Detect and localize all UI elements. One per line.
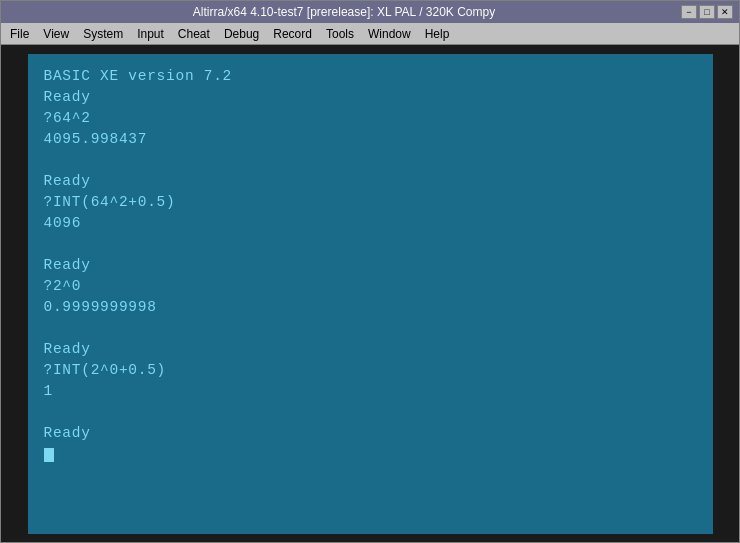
- main-window: Altirra/x64 4.10-test7 [prerelease]: XL …: [0, 0, 740, 543]
- content-area: BASIC XE version 7.2 Ready ?64^2 4095.99…: [1, 45, 739, 542]
- menu-debug[interactable]: Debug: [217, 25, 266, 43]
- menu-bar: File View System Input Cheat Debug Recor…: [1, 23, 739, 45]
- screen-line-17: Ready: [44, 423, 697, 444]
- screen-line-12: [44, 318, 697, 339]
- screen-line-1: Ready: [44, 87, 697, 108]
- screen-line-11: 0.9999999998: [44, 297, 697, 318]
- screen-line-7: 4096: [44, 213, 697, 234]
- screen-line-6: ?INT(64^2+0.5): [44, 192, 697, 213]
- menu-tools[interactable]: Tools: [319, 25, 361, 43]
- screen-line-14: ?INT(2^0+0.5): [44, 360, 697, 381]
- screen-line-3: 4095.998437: [44, 129, 697, 150]
- title-bar: Altirra/x64 4.10-test7 [prerelease]: XL …: [1, 1, 739, 23]
- menu-view[interactable]: View: [36, 25, 76, 43]
- menu-input[interactable]: Input: [130, 25, 171, 43]
- screen-line-13: Ready: [44, 339, 697, 360]
- emulator-screen[interactable]: BASIC XE version 7.2 Ready ?64^2 4095.99…: [28, 54, 713, 534]
- menu-file[interactable]: File: [3, 25, 36, 43]
- screen-line-2: ?64^2: [44, 108, 697, 129]
- maximize-button[interactable]: □: [699, 5, 715, 19]
- screen-line-16: [44, 402, 697, 423]
- minimize-button[interactable]: −: [681, 5, 697, 19]
- menu-help[interactable]: Help: [418, 25, 457, 43]
- screen-cursor-line: [44, 444, 697, 465]
- screen-line-5: Ready: [44, 171, 697, 192]
- screen-line-8: [44, 234, 697, 255]
- screen-line-15: 1: [44, 381, 697, 402]
- close-button[interactable]: ✕: [717, 5, 733, 19]
- screen-line-9: Ready: [44, 255, 697, 276]
- screen-line-10: ?2^0: [44, 276, 697, 297]
- window-controls: − □ ✕: [681, 5, 733, 19]
- screen-line-0: BASIC XE version 7.2: [44, 66, 697, 87]
- window-title: Altirra/x64 4.10-test7 [prerelease]: XL …: [7, 5, 681, 19]
- text-cursor: [44, 448, 54, 462]
- menu-window[interactable]: Window: [361, 25, 418, 43]
- menu-cheat[interactable]: Cheat: [171, 25, 217, 43]
- screen-line-4: [44, 150, 697, 171]
- menu-system[interactable]: System: [76, 25, 130, 43]
- menu-record[interactable]: Record: [266, 25, 319, 43]
